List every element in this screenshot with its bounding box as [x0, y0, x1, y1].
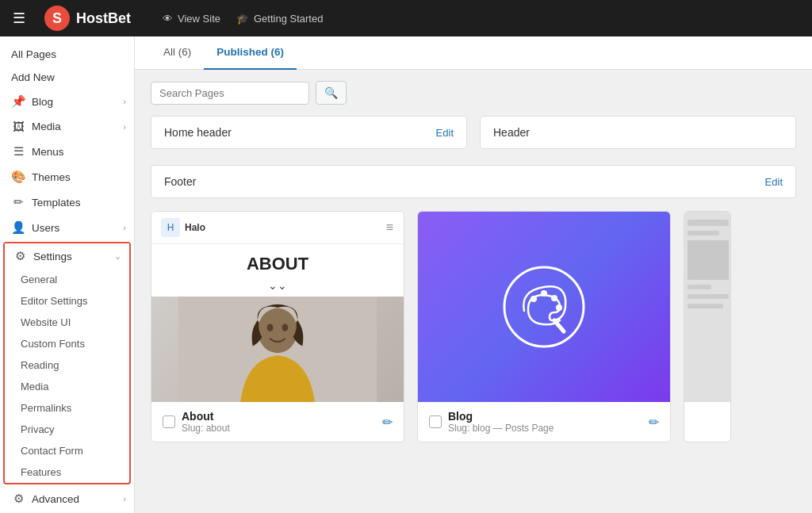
template-footer: Footer Edit [151, 165, 796, 198]
site-logo[interactable]: S HostBet [44, 6, 131, 31]
topbar-nav: 👁 View Site 🎓 Getting Started [163, 13, 323, 25]
blog-icon: 📌 [11, 94, 25, 109]
main-layout: All Pages Add New 📌 Blog › 🖼 Media › ☰ M… [0, 36, 812, 513]
svg-rect-13 [688, 240, 729, 280]
sidebar-item-blog[interactable]: 📌 Blog › [0, 89, 134, 114]
svg-rect-15 [688, 294, 729, 299]
logo-icon: S [44, 6, 70, 31]
settings-submenu: General Editor Settings Website UI Custo… [5, 269, 129, 483]
settings-submenu-contact-form[interactable]: Contact Form [5, 440, 129, 461]
svg-point-8 [556, 304, 562, 311]
page-card-blog: Blog Slug: blog — Posts Page ✏ [417, 211, 671, 442]
settings-section: ⚙ Settings ⌄ General Editor Settings Web… [3, 242, 131, 484]
settings-submenu-general[interactable]: General [5, 269, 129, 290]
blog-chevron-icon: › [123, 97, 126, 106]
home-header-name: Home header [164, 126, 232, 139]
sidebar-item-users[interactable]: 👤 Users › [0, 215, 134, 240]
settings-submenu-editor-settings[interactable]: Editor Settings [5, 290, 129, 312]
users-label: Users [32, 222, 59, 234]
page-cards-grid: H Halo ≡ ABOUT ⌄⌄ [151, 211, 796, 442]
svg-rect-11 [688, 220, 729, 226]
view-site-button[interactable]: 👁 View Site [163, 13, 220, 25]
blog-card-title: Blog [448, 410, 553, 423]
template-home-header: Home header Edit [151, 116, 467, 149]
header-name: Header [493, 126, 530, 139]
search-input[interactable] [151, 82, 309, 105]
sidebar-item-advanced[interactable]: ⚙ Advanced › [0, 486, 134, 511]
svg-rect-16 [688, 304, 723, 308]
tab-all[interactable]: All (6) [151, 36, 204, 70]
svg-point-6 [541, 290, 547, 297]
settings-submenu-features[interactable]: Features [5, 461, 129, 483]
getting-started-label: Getting Started [254, 13, 323, 25]
settings-submenu-privacy[interactable]: Privacy [5, 419, 129, 440]
templates-label: Templates [32, 197, 81, 209]
settings-label: Settings [33, 251, 72, 262]
sidebar-item-all-pages[interactable]: All Pages [0, 43, 134, 66]
svg-point-4 [504, 267, 584, 346]
sidebar-item-settings[interactable]: ⚙ Settings ⌄ [5, 243, 129, 269]
hamburger-icon[interactable]: ☰ [13, 10, 25, 27]
page-card-about: H Halo ≡ ABOUT ⌄⌄ [151, 211, 404, 442]
users-chevron-icon: › [123, 223, 126, 232]
tab-published[interactable]: Published (6) [204, 36, 297, 70]
about-edit-icon[interactable]: ✏ [382, 415, 393, 430]
about-photo [151, 297, 404, 402]
sidebar-item-add-new[interactable]: Add New [0, 66, 134, 89]
about-card-slug: Slug: about [182, 423, 230, 434]
sidebar-item-media[interactable]: 🖼 Media › [0, 114, 134, 139]
all-pages-label: All Pages [11, 48, 56, 60]
svg-point-5 [530, 296, 537, 302]
search-row: 🔍 [135, 70, 812, 116]
settings-chevron-icon: ⌄ [114, 251, 121, 262]
blog-footer-left: Blog Slug: blog — Posts Page [429, 410, 553, 434]
partial-card-thumb [684, 212, 730, 402]
media-label: Media [32, 121, 61, 132]
home-header-edit[interactable]: Edit [436, 127, 454, 139]
topbar: ☰ S HostBet 👁 View Site 🎓 Getting Starte… [0, 0, 812, 36]
content-tabs: All (6) Published (6) [135, 36, 812, 70]
page-card-partial [684, 211, 731, 442]
templates-icon: ✏ [11, 195, 25, 209]
tab-all-label: All (6) [163, 46, 191, 58]
about-page-title: ABOUT [151, 244, 404, 279]
add-new-label: Add New [11, 71, 55, 83]
sidebar-item-templates[interactable]: ✏ Templates [0, 190, 134, 215]
logo-text: HostBet [76, 10, 131, 27]
users-icon: 👤 [11, 220, 25, 235]
sidebar-item-menus[interactable]: ☰ Menus [0, 139, 134, 164]
content-area: All (6) Published (6) 🔍 Home header Edit… [135, 36, 812, 513]
svg-point-2 [267, 323, 274, 331]
settings-submenu-permalinks[interactable]: Permalinks [5, 397, 129, 419]
sidebar-item-themes[interactable]: 🎨 Themes [0, 164, 134, 190]
svg-point-7 [551, 295, 557, 301]
getting-started-button[interactable]: 🎓 Getting Started [236, 13, 323, 25]
card-menu-dots[interactable]: ≡ [386, 220, 394, 235]
advanced-chevron-icon: › [123, 494, 126, 503]
blog-card-slug: Slug: blog — Posts Page [448, 423, 553, 434]
blog-checkbox[interactable] [429, 415, 442, 428]
about-card-header: H Halo ≡ [151, 212, 404, 244]
settings-submenu-media[interactable]: Media [5, 376, 129, 397]
advanced-label: Advanced [32, 493, 79, 505]
themes-icon: 🎨 [11, 170, 25, 184]
settings-submenu-custom-fonts[interactable]: Custom Fonts [5, 333, 129, 354]
view-site-icon: 👁 [163, 13, 173, 25]
svg-rect-12 [688, 231, 719, 235]
advanced-icon: ⚙ [11, 492, 25, 506]
settings-submenu-website-ui[interactable]: Website UI [5, 312, 129, 333]
about-card-footer: About Slug: about ✏ [151, 402, 404, 442]
footer-edit[interactable]: Edit [765, 176, 783, 188]
halo-icon: H [161, 218, 180, 237]
sidebar: All Pages Add New 📌 Blog › 🖼 Media › ☰ M… [0, 36, 135, 513]
svg-rect-14 [688, 285, 711, 289]
cards-section: Home header Edit Header Edit Footer Edit [135, 116, 812, 458]
svg-point-1 [258, 308, 297, 353]
blog-edit-icon[interactable]: ✏ [649, 415, 659, 430]
about-checkbox[interactable] [163, 415, 175, 428]
blog-label: Blog [32, 96, 53, 108]
search-button[interactable]: 🔍 [316, 81, 347, 105]
tab-published-label: Published (6) [216, 46, 284, 58]
settings-submenu-reading[interactable]: Reading [5, 354, 129, 376]
themes-label: Themes [32, 171, 71, 183]
